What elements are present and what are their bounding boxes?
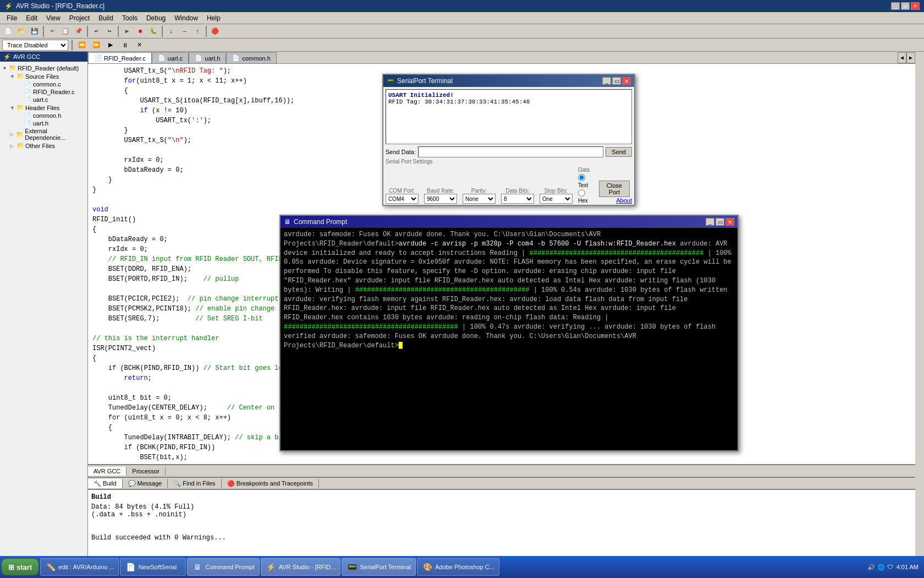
new-btn[interactable]: 📄 (2, 26, 14, 37)
cut-btn[interactable]: ✂ (46, 26, 58, 37)
tab-next[interactable]: ▶ (906, 52, 915, 63)
taskbar-photoshop[interactable]: 🎨 Adobe Photoshop C... (417, 558, 499, 576)
bp-icon: 🔴 (227, 480, 235, 487)
cmd-minimize[interactable]: _ (706, 218, 714, 226)
start-button[interactable]: ⊞ start (1, 558, 39, 576)
copy-btn[interactable]: 📋 (59, 26, 72, 37)
close-port-button[interactable]: Close Port (599, 181, 630, 197)
stop-bits-select[interactable]: One (540, 194, 573, 204)
cmd-output[interactable]: avrdude: safemode: Fuses OK avrdude done… (280, 228, 738, 450)
proc-tab-avr-gcc[interactable]: AVR GCC (88, 467, 127, 476)
radio-text-label[interactable]: Text (578, 174, 593, 188)
serial-send-input[interactable] (418, 146, 603, 157)
cmd-line-3: avrdude done. Thank you. (395, 231, 490, 238)
data-bits-select[interactable]: 8 (501, 194, 534, 204)
data-bits-group: Data Bits: 8 (501, 188, 534, 204)
menu-window[interactable]: Window (170, 13, 202, 23)
taskbar-label-cmd: Command Prompt (205, 564, 254, 570)
tree-file-common-h[interactable]: 📄 common.h (18, 112, 85, 119)
right-scrollbar[interactable] (915, 52, 924, 566)
radio-hex[interactable] (578, 189, 585, 197)
taskbar-newsoftserial[interactable]: 📄 NewSoftSerial (120, 558, 186, 576)
com-port-select[interactable]: COM4 (386, 194, 419, 204)
tab-build[interactable]: 🔨 Build (88, 479, 123, 488)
minimize-button[interactable]: _ (891, 2, 900, 10)
serial-restore[interactable]: ▭ (612, 77, 621, 85)
build-blank (91, 519, 912, 526)
radio-text[interactable] (578, 174, 585, 181)
taskbar-cmd-prompt[interactable]: 🖥 Command Prompt (187, 558, 259, 576)
about-link[interactable]: About (616, 197, 632, 204)
tab-uart-h[interactable]: 📄 uart.h (189, 52, 226, 63)
taskbar-avr-studio[interactable]: ⚡ AVR Studio - [RFID... (261, 558, 341, 576)
tab-prev[interactable]: ◀ (898, 52, 906, 63)
tree-other-files[interactable]: ▷ 📁 Other Files (10, 141, 85, 150)
cmd-restore[interactable]: ▭ (716, 218, 724, 226)
menu-build[interactable]: Build (94, 13, 118, 23)
paste-btn[interactable]: 📌 (73, 26, 85, 37)
restore-button[interactable]: ▭ (901, 2, 910, 10)
stop-btn[interactable]: ■ (134, 26, 146, 37)
taskbar-edit-avr[interactable]: ✏️ edit : AVR/Arduino ... (40, 558, 119, 576)
menu-edit[interactable]: Edit (21, 13, 42, 23)
trace-btn-5[interactable]: ✕ (133, 40, 145, 51)
menu-project[interactable]: Project (65, 13, 94, 23)
title-bar-buttons: _ ▭ ✕ (891, 2, 920, 10)
serial-close[interactable]: ✕ (622, 77, 631, 85)
stop-bits-label: Stop Bits: (544, 188, 568, 194)
tree-source-files[interactable]: ▼ 📁 Source Files (10, 72, 85, 80)
trace-btn-1[interactable]: ⏪ (76, 40, 88, 51)
trace-dropdown[interactable]: Trace Disabled (2, 40, 68, 51)
tab-find-in-files[interactable]: 🔍 Find in Files (168, 479, 221, 488)
redo-btn[interactable]: ↪ (103, 26, 116, 37)
time-display: 4:01 AM (897, 564, 919, 570)
find-tab-label: Find in Files (183, 480, 215, 487)
tab-breakpoints[interactable]: 🔴 Breakpoints and Tracepoints (222, 479, 319, 488)
proc-tab-processor[interactable]: Processor (127, 467, 166, 476)
cmd-line-34: avrdude done. Thank you. (430, 332, 525, 340)
serial-minimize[interactable]: _ (602, 77, 611, 85)
breakpoint-btn[interactable]: 🔴 (209, 26, 221, 37)
trace-btn-3[interactable]: ▶ (105, 40, 117, 51)
radio-hex-label[interactable]: Hex (578, 189, 593, 204)
source-files-list: 📄 common.c 📄 RFID_Reader.c 📄 uart.c (10, 80, 85, 103)
step-over[interactable]: → (178, 26, 190, 37)
cmd-close[interactable]: ✕ (725, 218, 734, 226)
menu-debug[interactable]: Debug (142, 13, 170, 23)
open-btn[interactable]: 📂 (15, 26, 28, 37)
tree-file-common-c[interactable]: 📄 common.c (18, 80, 85, 88)
menu-view[interactable]: View (42, 13, 65, 23)
tree-file-uart-c[interactable]: 📄 uart.c (18, 96, 85, 103)
close-button[interactable]: ✕ (911, 2, 920, 10)
tab-rfid-reader[interactable]: 📄 RFID_Reader.c (88, 52, 152, 63)
trace-btn-4[interactable]: ⏸ (119, 40, 131, 51)
undo-btn[interactable]: ↩ (90, 26, 102, 37)
debug-btn[interactable]: 🐛 (147, 26, 160, 37)
step-in[interactable]: ↓ (165, 26, 177, 37)
tree-file-rfid[interactable]: 📄 RFID_Reader.c (18, 88, 85, 96)
tab-common-h[interactable]: 📄 common.h (226, 52, 276, 63)
tab-label-uart-h: uart.h (205, 55, 220, 62)
tab-message[interactable]: 💬 Message (123, 479, 168, 488)
tree-project-root[interactable]: ▼ 📁 RFID_Reader (default) (2, 64, 85, 72)
toolbar-sep-3 (118, 26, 119, 37)
com-port-label: COM Port: (389, 188, 415, 194)
tree-ext-dep[interactable]: ▷ 📁 External Dependencie... (10, 127, 85, 141)
serial-icon: 📟 (387, 77, 395, 85)
tab-nav: ◀ ▶ (898, 52, 915, 63)
step-out[interactable]: ↑ (191, 26, 204, 37)
save-btn[interactable]: 💾 (29, 26, 41, 37)
parity-select[interactable]: None (463, 194, 496, 204)
taskbar-serial-terminal[interactable]: 📟 SerialPort Terminal (342, 558, 416, 576)
tab-uart-c[interactable]: 📄 uart.c (152, 52, 189, 63)
menu-file[interactable]: File (2, 13, 21, 23)
file-icon-4: 📄 (24, 113, 31, 119)
send-button[interactable]: Send (606, 147, 632, 157)
baud-rate-select[interactable]: 9600 (424, 194, 457, 204)
tree-header-files[interactable]: ▼ 📁 Header Files (10, 103, 85, 112)
menu-help[interactable]: Help (202, 13, 225, 23)
build-btn[interactable]: ▶ (121, 26, 133, 37)
tree-file-uart-h[interactable]: 📄 uart.h (18, 119, 85, 127)
trace-btn-2[interactable]: ⏩ (90, 40, 102, 51)
menu-tools[interactable]: Tools (118, 13, 142, 23)
